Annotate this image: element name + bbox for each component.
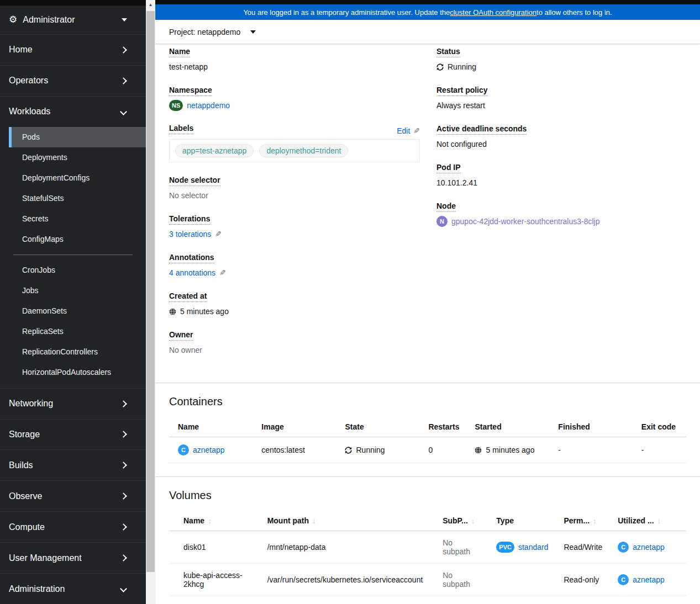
project-dropdown-label: Project: netappdemo xyxy=(169,28,240,36)
created-at-value: 5 minutes ago xyxy=(180,306,229,317)
sidebar-item-observe[interactable]: Observe xyxy=(0,480,146,511)
sidebar-item-label: Home xyxy=(9,45,33,55)
chevron-down-icon xyxy=(120,585,127,592)
restart-policy-value: Always restart xyxy=(436,100,485,111)
sidebar-item-compute[interactable]: Compute xyxy=(0,511,146,542)
globe-icon xyxy=(169,308,176,315)
volume-permissions: Read/Write xyxy=(555,531,609,564)
sync-icon xyxy=(345,447,352,454)
sync-icon xyxy=(436,63,444,71)
field-pod-ip: Pod IP 10.101.2.41 xyxy=(436,162,686,188)
status-value: Running xyxy=(448,61,476,72)
sort-icon[interactable]: ↕ xyxy=(208,517,212,525)
container-link[interactable]: aznetapp xyxy=(193,446,225,454)
containers-table: Name Image State Restarts Started Finish… xyxy=(169,417,686,463)
sidebar-item-builds[interactable]: Builds xyxy=(0,449,146,480)
sidebar-item-deploymentconfigs[interactable]: DeploymentConfigs xyxy=(9,168,146,188)
volumes-section: Volumes Name↕ Mount path↕ SubP...↕ Type … xyxy=(155,477,700,604)
column-header: Image xyxy=(252,417,336,437)
utilized-by-link[interactable]: aznetapp xyxy=(633,543,665,552)
sidebar: ⚙ Administrator Home Operators Workloads… xyxy=(0,0,146,604)
column-header[interactable]: SubP... xyxy=(443,516,468,525)
workloads-subnav: Pods Deployments DeploymentConfigs State… xyxy=(9,127,146,383)
sidebar-item-user-management[interactable]: User Management xyxy=(0,542,146,573)
volume-permissions: Read-only xyxy=(555,564,609,596)
field-label: Name xyxy=(169,47,190,57)
sort-icon[interactable]: ↕ xyxy=(657,517,661,525)
chevron-right-icon xyxy=(120,46,127,54)
namespace-link[interactable]: netappdemo xyxy=(187,100,230,111)
node-link[interactable]: gpupoc-42jdd-worker-southcentralus3-8clj… xyxy=(451,216,599,227)
field-label: Active deadline seconds xyxy=(436,124,527,135)
sidebar-item-deployments[interactable]: Deployments xyxy=(9,147,146,168)
column-header[interactable]: Utilized ... xyxy=(618,516,654,525)
field-name: Name test-netapp xyxy=(169,46,420,72)
sidebar-item-home[interactable]: Home xyxy=(0,34,146,65)
field-label: Labels xyxy=(169,124,193,134)
field-label: Pod IP xyxy=(436,163,461,173)
scrollbar-up-button[interactable]: ▲ xyxy=(146,0,155,9)
column-header[interactable]: Name xyxy=(183,516,204,525)
sidebar-item-statefulsets[interactable]: StatefulSets xyxy=(9,188,146,209)
volume-type-empty xyxy=(487,564,555,596)
sort-icon[interactable]: ↕ xyxy=(471,517,475,525)
sidebar-item-workloads[interactable]: Workloads xyxy=(0,96,146,127)
owner-value: No owner xyxy=(169,345,202,356)
pod-details-content: Name test-netapp Namespace NS netappdemo… xyxy=(155,44,700,604)
scrollbar-thumb[interactable] xyxy=(146,11,155,572)
sidebar-item-pods[interactable]: Pods xyxy=(9,127,146,147)
chevron-down-icon xyxy=(120,108,127,115)
sidebar-item-networking[interactable]: Networking xyxy=(0,388,146,419)
sidebar-item-replicasets[interactable]: ReplicaSets xyxy=(9,321,146,342)
field-label: Node xyxy=(436,202,456,212)
sidebar-item-operators[interactable]: Operators xyxy=(0,65,146,96)
field-namespace: Namespace NS netappdemo xyxy=(169,85,420,111)
column-header: Restarts xyxy=(419,417,466,437)
app-window: ⚙ Administrator Home Operators Workloads… xyxy=(0,0,700,604)
utilized-by-link[interactable]: aznetapp xyxy=(633,575,665,584)
sort-icon[interactable]: ↕ xyxy=(593,517,597,525)
sidebar-item-cronjobs[interactable]: CronJobs xyxy=(9,260,146,280)
edit-labels-link[interactable]: Edit xyxy=(397,126,410,135)
pvc-link[interactable]: standard xyxy=(518,543,548,552)
sidebar-item-replicationcontrollers[interactable]: ReplicationControllers xyxy=(9,342,146,362)
field-labels: Labels Edit ✎ app=test-aznetapp deployme… xyxy=(169,124,420,162)
details-left-column: Name test-netapp Namespace NS netappdemo… xyxy=(169,46,436,368)
masthead-strip xyxy=(0,0,146,6)
chevron-right-icon xyxy=(120,462,127,469)
volume-mount-path: /var/run/secrets/kubernetes.io/serviceac… xyxy=(259,564,434,596)
sidebar-item-jobs[interactable]: Jobs xyxy=(9,280,146,301)
sidebar-item-daemonsets[interactable]: DaemonSets xyxy=(9,301,146,321)
annotations-link[interactable]: 4 annotations xyxy=(169,267,215,278)
column-header: State xyxy=(336,417,419,437)
chevron-right-icon xyxy=(120,77,127,84)
field-label: Annotations xyxy=(169,253,214,263)
pencil-icon[interactable]: ✎ xyxy=(215,229,222,240)
sidebar-item-secrets[interactable]: Secrets xyxy=(9,209,146,229)
sidebar-item-configmaps[interactable]: ConfigMaps xyxy=(9,229,146,250)
sidebar-item-storage[interactable]: Storage xyxy=(0,419,146,450)
caret-down-icon xyxy=(250,30,256,34)
perspective-switcher[interactable]: ⚙ Administrator xyxy=(0,6,146,34)
field-label: Created at xyxy=(169,292,207,302)
project-dropdown[interactable]: Project: netappdemo xyxy=(169,28,256,36)
column-header[interactable]: Mount path xyxy=(267,516,309,525)
active-deadline-value: Not configured xyxy=(436,139,487,150)
column-header[interactable]: Perm... xyxy=(564,516,590,525)
sidebar-item-administration[interactable]: Administration xyxy=(0,573,146,604)
oauth-config-link[interactable]: cluster OAuth configuration xyxy=(450,8,536,17)
label-chip[interactable]: deploymethod=trident xyxy=(259,144,348,157)
sidebar-item-horizontalpodautoscalers[interactable]: HorizontalPodAutoscalers xyxy=(9,362,146,383)
pencil-icon[interactable]: ✎ xyxy=(413,126,420,135)
pod-ip-value: 10.101.2.41 xyxy=(436,177,477,188)
pvc-badge-icon: PVC xyxy=(496,542,514,553)
sort-icon[interactable]: ↕ xyxy=(312,517,316,525)
masthead-strip xyxy=(155,0,700,4)
pencil-icon[interactable]: ✎ xyxy=(219,267,226,278)
field-annotations: Annotations 4 annotations ✎ xyxy=(169,252,420,278)
tolerations-link[interactable]: 3 tolerations xyxy=(169,229,211,240)
vertical-scrollbar[interactable]: ▲ xyxy=(146,0,155,604)
label-chip[interactable]: app=test-aznetapp xyxy=(175,144,254,157)
namespace-badge-icon: NS xyxy=(169,100,183,111)
field-label: Node selector xyxy=(169,176,220,186)
